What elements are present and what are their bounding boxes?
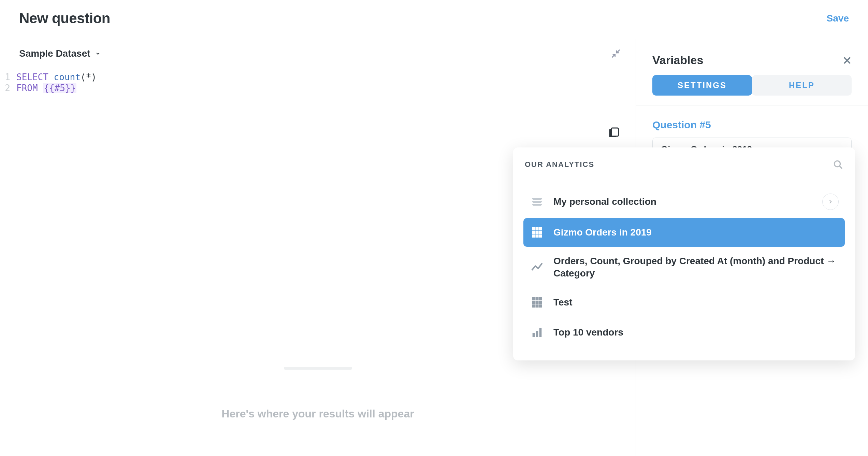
svg-rect-16	[539, 231, 542, 234]
popover-item-label: Gizmo Orders in 2019	[553, 226, 839, 239]
svg-rect-31	[539, 328, 542, 337]
sidebar-header: Variables	[636, 39, 868, 75]
popover-item-question[interactable]: Orders, Count, Grouped by Created At (mo…	[523, 248, 845, 287]
svg-rect-21	[535, 297, 538, 300]
svg-rect-25	[539, 301, 542, 304]
results-placeholder: Here's where your results will appear	[0, 369, 636, 456]
popover-list: My personal collection Gizmo Orders in 2…	[523, 187, 845, 347]
search-icon[interactable]	[833, 159, 843, 170]
dataset-label: Sample Dataset	[19, 48, 90, 59]
popover-breadcrumb[interactable]: OUR ANALYTICS	[525, 160, 594, 169]
svg-rect-13	[539, 227, 542, 230]
variable-name-label: Question #5	[652, 119, 852, 131]
svg-rect-11	[532, 227, 535, 230]
table-icon	[530, 295, 545, 310]
svg-rect-22	[539, 297, 542, 300]
svg-rect-15	[535, 231, 538, 234]
svg-rect-28	[539, 304, 542, 308]
svg-rect-27	[535, 304, 538, 308]
popover-item-question[interactable]: Test	[523, 288, 845, 317]
popover-item-question[interactable]: Gizmo Orders in 2019	[523, 218, 845, 247]
svg-rect-3	[611, 128, 619, 136]
popover-header: OUR ANALYTICS	[523, 156, 845, 177]
popover-item-collection[interactable]: My personal collection	[523, 187, 845, 217]
page-title: New question	[19, 10, 110, 27]
close-icon[interactable]	[843, 56, 852, 65]
svg-rect-24	[535, 301, 538, 304]
popover-item-label: Test	[553, 296, 839, 309]
editor-resize-divider	[0, 368, 636, 369]
svg-rect-26	[532, 304, 535, 308]
svg-rect-18	[535, 234, 538, 238]
dataset-bar: Sample Dataset	[0, 39, 636, 68]
svg-line-10	[839, 166, 842, 169]
svg-rect-12	[535, 227, 538, 230]
chevron-right-icon[interactable]	[822, 194, 839, 210]
editor-gutter: 1 2	[0, 72, 14, 368]
resize-handle[interactable]	[284, 367, 352, 370]
bar-chart-icon	[530, 325, 545, 340]
svg-rect-17	[532, 234, 535, 238]
collection-icon	[530, 194, 545, 209]
popover-item-question[interactable]: Top 10 vendors	[523, 318, 845, 347]
chevron-down-icon	[95, 51, 101, 56]
dataset-picker[interactable]: Sample Dataset	[19, 48, 101, 59]
tab-settings[interactable]: SETTINGS	[652, 75, 752, 96]
popover-item-label: Orders, Count, Grouped by Created At (mo…	[553, 255, 839, 280]
tab-help[interactable]: HELP	[752, 75, 852, 96]
svg-rect-20	[532, 297, 535, 300]
table-icon	[530, 225, 545, 240]
svg-rect-19	[539, 234, 542, 238]
popover-item-label: My personal collection	[553, 196, 656, 208]
save-button[interactable]: Save	[827, 13, 849, 24]
question-picker-popover: OUR ANALYTICS My personal collection	[513, 147, 855, 360]
sidebar-title: Variables	[652, 54, 703, 67]
svg-rect-29	[533, 333, 535, 337]
popover-item-label: Top 10 vendors	[553, 326, 839, 339]
svg-rect-14	[532, 231, 535, 234]
svg-point-9	[834, 161, 840, 167]
line-chart-icon	[530, 260, 545, 275]
data-reference-icon[interactable]	[607, 126, 621, 140]
svg-rect-30	[536, 331, 538, 337]
sidebar-tabs: SETTINGS HELP	[636, 75, 868, 105]
svg-rect-23	[532, 301, 535, 304]
app-header: New question Save	[0, 0, 868, 39]
editor-content: SELECT count(*) FROM {{#5}}	[14, 72, 97, 368]
contract-editor-icon[interactable]	[611, 49, 621, 58]
